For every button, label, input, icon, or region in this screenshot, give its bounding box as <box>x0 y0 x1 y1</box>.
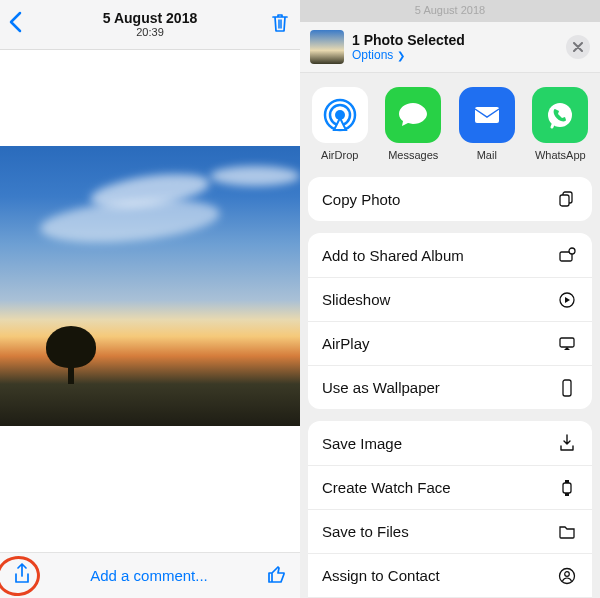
svg-point-8 <box>569 248 575 254</box>
action-add-shared-album[interactable]: Add to Shared Album <box>308 233 592 277</box>
share-button[interactable] <box>12 562 32 590</box>
play-icon <box>556 291 578 309</box>
action-group-3: Save Image Create Watch Face Save to Fil… <box>308 421 592 598</box>
action-wallpaper[interactable]: Use as Wallpaper <box>308 365 592 409</box>
action-assign-contact[interactable]: Assign to Contact <box>308 553 592 597</box>
action-watch-face[interactable]: Create Watch Face <box>308 465 592 509</box>
comment-bar: Add a comment... <box>0 552 300 598</box>
share-sheet-header: 1 Photo Selected Options ❯ <box>300 22 600 73</box>
chevron-right-icon: ❯ <box>397 50 405 61</box>
share-sheet-pane: 5 August 2018 1 Photo Selected Options ❯… <box>300 0 600 598</box>
svg-rect-3 <box>475 107 499 123</box>
svg-rect-10 <box>560 338 574 347</box>
whatsapp-icon <box>532 87 588 143</box>
back-button[interactable] <box>8 11 22 39</box>
share-targets-row: AirDrop Messages Mail WhatsApp <box>300 73 600 177</box>
action-slideshow[interactable]: Slideshow <box>308 277 592 321</box>
action-save-image[interactable]: Save Image <box>308 421 592 465</box>
options-link[interactable]: Options ❯ <box>352 48 465 62</box>
shared-album-icon <box>556 246 578 264</box>
svg-rect-13 <box>565 480 569 483</box>
airplay-icon <box>556 335 578 353</box>
svg-rect-11 <box>563 380 571 396</box>
selected-photo-thumbnail <box>310 30 344 64</box>
delete-button[interactable] <box>270 12 290 38</box>
close-button[interactable] <box>566 35 590 59</box>
selection-title: 1 Photo Selected <box>352 32 465 48</box>
contact-icon <box>556 567 578 585</box>
share-target-messages[interactable]: Messages <box>380 87 448 161</box>
action-group-1: Copy Photo <box>308 177 592 221</box>
photo-viewer[interactable] <box>0 50 300 552</box>
photo-header: 5 August 2018 20:39 <box>0 0 300 50</box>
svg-rect-6 <box>560 195 569 206</box>
messages-icon <box>385 87 441 143</box>
add-comment-field[interactable]: Add a comment... <box>32 567 266 584</box>
share-target-whatsapp[interactable]: WhatsApp <box>527 87 595 161</box>
action-group-2: Add to Shared Album Slideshow AirPlay Us… <box>308 233 592 409</box>
dimmed-background-date: 5 August 2018 <box>300 0 600 22</box>
download-icon <box>556 434 578 452</box>
svg-rect-12 <box>563 483 571 493</box>
folder-icon <box>556 524 578 540</box>
svg-rect-14 <box>565 493 569 496</box>
like-button[interactable] <box>266 563 288 589</box>
mail-icon <box>459 87 515 143</box>
svg-point-4 <box>548 103 572 127</box>
action-airplay[interactable]: AirPlay <box>308 321 592 365</box>
photo-time: 20:39 <box>103 26 197 39</box>
share-target-airdrop[interactable]: AirDrop <box>306 87 374 161</box>
photo-content <box>0 146 300 426</box>
airdrop-icon <box>312 87 368 143</box>
watch-icon <box>556 479 578 497</box>
phone-icon <box>556 379 578 397</box>
svg-point-16 <box>565 571 570 576</box>
action-save-files[interactable]: Save to Files <box>308 509 592 553</box>
action-copy-photo[interactable]: Copy Photo <box>308 177 592 221</box>
photo-detail-pane: 5 August 2018 20:39 Add a comment... <box>0 0 300 598</box>
copy-icon <box>556 190 578 208</box>
photo-date: 5 August 2018 <box>103 10 197 27</box>
share-target-mail[interactable]: Mail <box>453 87 521 161</box>
